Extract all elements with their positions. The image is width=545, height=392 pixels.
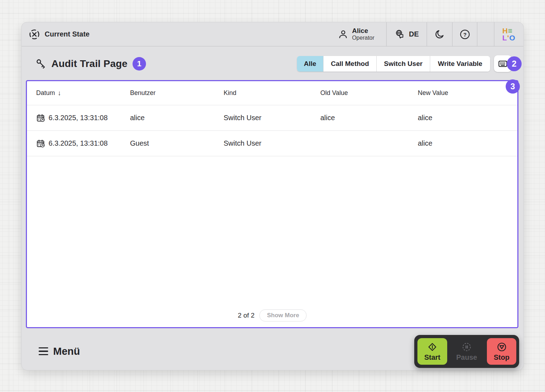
cell-datum: 6.3.2025, 13:31:08: [36, 113, 130, 123]
logo-text: H≡ L'O: [502, 27, 515, 41]
cell-new-value: alice: [418, 114, 517, 122]
calendar-clock-icon: [36, 113, 45, 123]
datum-value: 6.3.2025, 13:31:08: [49, 114, 108, 122]
pagination-count: 2 of 2: [238, 312, 255, 319]
top-bar: Current State Alice Operator: [22, 22, 523, 46]
annotation-badge-1: 1: [133, 57, 146, 71]
menu-label: Menü: [53, 346, 80, 357]
top-bar-spacer: [477, 22, 494, 46]
column-header-old-value[interactable]: Old Value: [320, 89, 418, 97]
cell-new-value: alice: [418, 139, 517, 147]
menu-button[interactable]: Menü: [39, 343, 80, 359]
column-header-new-value[interactable]: New Value: [418, 89, 517, 97]
question-circle-icon: ?: [459, 29, 471, 40]
stop-button[interactable]: Stop: [487, 338, 516, 365]
dark-mode-toggle[interactable]: [427, 22, 452, 46]
page-title: Audit Trail Page: [51, 58, 128, 69]
app-window: Current State Alice Operator: [21, 22, 524, 370]
column-header-kind[interactable]: Kind: [224, 89, 320, 97]
user-name: Alice: [352, 27, 374, 35]
audit-trail-table: Datum ↓ Benutzer Kind Old Value New Valu…: [26, 80, 518, 328]
moon-icon: [434, 29, 445, 40]
user-icon: [338, 29, 348, 40]
pause-label: Pause: [456, 353, 477, 362]
svg-text:?: ?: [463, 31, 466, 37]
sort-descending-icon: ↓: [58, 89, 61, 97]
audit-filter-tabs: Alle Call Method Switch User Write Varia…: [297, 56, 490, 72]
table-row[interactable]: 6.3.2025, 13:31:08 alice Switch User ali…: [27, 105, 517, 131]
show-more-button[interactable]: Show More: [259, 309, 307, 321]
tab-call-method[interactable]: Call Method: [323, 56, 376, 72]
pause-circle-icon: [461, 341, 472, 353]
tab-switch-user[interactable]: Switch User: [376, 56, 430, 72]
key-icon: [36, 58, 46, 69]
annotation-badge-2: 2: [507, 56, 522, 71]
pause-button[interactable]: Pause: [451, 338, 483, 365]
cell-benutzer: Guest: [130, 139, 224, 147]
cell-benutzer: alice: [130, 114, 224, 122]
table-row[interactable]: 6.3.2025, 13:31:08 Guest Switch User ali…: [27, 131, 517, 156]
user-info: Alice Operator: [352, 27, 374, 41]
column-header-datum[interactable]: Datum ↓: [36, 89, 130, 97]
column-header-benutzer[interactable]: Benutzer: [130, 89, 224, 97]
window-title: Current State: [45, 30, 90, 38]
language-switcher[interactable]: DE: [386, 22, 427, 46]
stop-sign-icon: [496, 341, 507, 353]
start-button[interactable]: Start: [417, 338, 447, 365]
language-code: DE: [409, 30, 419, 38]
start-label: Start: [424, 353, 440, 362]
datum-value: 6.3.2025, 13:31:08: [49, 139, 108, 147]
page-title-group: Audit Trail Page 1: [36, 56, 146, 72]
current-state-icon: [29, 29, 40, 40]
tab-alle[interactable]: Alle: [297, 56, 323, 72]
cell-kind: Switch User: [224, 114, 320, 122]
hamburger-icon: [39, 347, 48, 355]
table-footer: 2 of 2 Show More: [27, 309, 517, 321]
start-diamond-icon: [427, 341, 438, 353]
current-state-group: Current State: [22, 29, 90, 40]
top-bar-right: Alice Operator DE: [326, 22, 523, 46]
table-header-row: Datum ↓ Benutzer Kind Old Value New Valu…: [27, 81, 517, 105]
brand-logo: H≡ L'O: [494, 22, 523, 46]
globe-chat-icon: [394, 29, 406, 40]
cell-old-value: alice: [320, 114, 418, 122]
cell-datum: 6.3.2025, 13:31:08: [36, 139, 130, 148]
annotation-badge-3: 3: [506, 79, 520, 94]
tab-write-variable[interactable]: Write Variable: [430, 56, 490, 72]
help-button[interactable]: ?: [452, 22, 477, 46]
cell-kind: Switch User: [224, 139, 320, 147]
calendar-clock-icon: [36, 139, 45, 148]
keypad-icon: [498, 59, 508, 69]
run-control-panel: Start Pause Stop: [414, 335, 519, 368]
user-role: Operator: [352, 35, 374, 41]
stop-label: Stop: [494, 353, 509, 362]
user-menu[interactable]: Alice Operator: [326, 22, 386, 46]
